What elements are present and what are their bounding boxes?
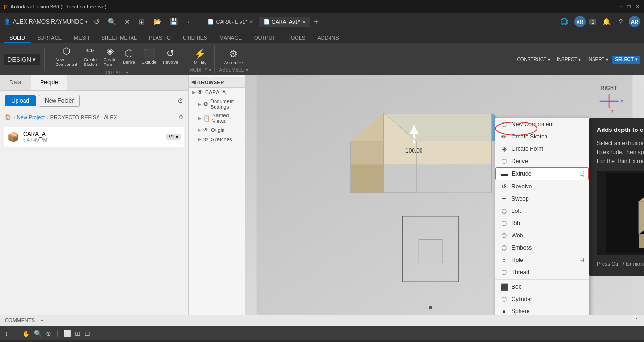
tooltip-body: Select an extrusion type, select sketch … <box>597 139 644 166</box>
menu-create-form[interactable]: ◈ Create Form <box>495 143 589 155</box>
ribbon-assemble-btn[interactable]: ⚙ Assemble <box>222 47 246 66</box>
menu-thread[interactable]: ⬡ Thread <box>495 266 589 278</box>
panel-settings-button[interactable]: ⚙ <box>177 97 183 105</box>
select-dropdown[interactable]: SELECT ▾ <box>612 56 640 64</box>
user-avatar-badge[interactable]: AR <box>629 16 640 27</box>
browser-toggle-icon[interactable]: ◀ <box>191 79 195 85</box>
ribbon-tab-surface[interactable]: SURFACE <box>32 33 67 43</box>
tab-cara-e-close-icon[interactable]: ✕ <box>249 19 253 24</box>
home-icon[interactable]: 🏠 <box>5 114 11 120</box>
main-area: Data People Upload New Folder ⚙ 🏠 › New … <box>0 75 644 315</box>
pan-icon[interactable]: ✋ <box>22 330 30 337</box>
save-button[interactable]: 💾 <box>167 17 180 26</box>
ribbon-tab-plastic[interactable]: PLASTIC <box>143 33 176 43</box>
ribbon-tab-sheet-metal[interactable]: SHEET METAL <box>96 33 142 43</box>
new-folder-button[interactable]: New Folder <box>39 95 80 107</box>
help-button[interactable]: ? <box>617 17 625 26</box>
tab-cara-e[interactable]: 📄 CARA - E v1* ✕ <box>203 17 257 27</box>
zoom-extent-icon[interactable]: ⊕ <box>46 330 51 337</box>
menu-sweep[interactable]: 〰 Sweep <box>495 193 589 205</box>
browser-item-doc-settings[interactable]: ▶ ⚙ Document Settings <box>194 97 245 111</box>
menu-revolve[interactable]: ↺ Revolve <box>495 180 589 193</box>
modify-icon: ⚡ <box>194 48 206 59</box>
menu-loft[interactable]: ⬡ Loft <box>495 205 589 217</box>
breadcrumb-settings-icon[interactable]: ⚙ <box>179 114 183 120</box>
close-button[interactable]: ✕ <box>636 3 640 10</box>
add-comment-icon[interactable]: + <box>41 318 43 323</box>
ribbon-tab-mesh[interactable]: MESH <box>68 33 95 43</box>
ribbon-tab-utilities[interactable]: UTILITIES <box>177 33 213 43</box>
notification-count[interactable]: 1 <box>589 19 597 25</box>
orbit-icon[interactable]: ↕ <box>5 330 8 337</box>
data-tab[interactable]: Data <box>0 75 31 90</box>
notification-bell-button[interactable]: 🔔 <box>600 17 613 26</box>
ribbon-new-component-button[interactable]: ⬡ NewComponent <box>52 44 80 68</box>
grid-toggle-icon[interactable]: ⊞ <box>75 330 81 337</box>
file-version-badge[interactable]: V1 ▾ <box>166 134 181 140</box>
apps-grid-button[interactable]: ⊞ <box>136 16 147 27</box>
display-mode-icon[interactable]: ⬜ <box>63 330 71 337</box>
open-button[interactable]: 📂 <box>151 17 164 26</box>
ribbon-tab-tools[interactable]: TOOLS <box>282 33 311 43</box>
ribbon-tab-add-ins[interactable]: ADD-INS <box>312 33 344 43</box>
sketches-icon: 👁 <box>203 136 209 143</box>
browser-item-sketches[interactable]: ▶ 👁 Sketches <box>194 135 245 144</box>
svg-text:100.00: 100.00 <box>405 147 423 154</box>
menu-box[interactable]: ⬛ Box <box>495 281 589 293</box>
menu-cylinder[interactable]: ⬡ Cylinder <box>495 293 589 305</box>
people-tab[interactable]: People <box>31 75 67 90</box>
menu-sphere-label: Sphere <box>512 308 530 315</box>
ribbon-derive-button[interactable]: ⬡ Derive <box>120 44 138 68</box>
breadcrumb-project[interactable]: New Project <box>17 114 45 120</box>
nav-back-button[interactable]: ← <box>184 17 195 26</box>
browser-item-named-views[interactable]: ▶ 📋 Named Views <box>194 111 245 125</box>
panel-close-button[interactable]: ✕ <box>122 17 132 26</box>
zoom-icon[interactable]: 🔍 <box>34 330 42 337</box>
pan-left-icon[interactable]: ← <box>12 330 18 337</box>
file-item-cara-a[interactable]: 📦 CARA_A 5:47:49 PM V1 ▾ <box>4 127 184 147</box>
svg-point-14 <box>429 306 432 309</box>
ribbon-revolve-button[interactable]: ↺ Revolve <box>160 44 182 68</box>
new-tab-button[interactable]: + <box>311 17 321 26</box>
browser-header: ◀ BROWSER <box>189 77 245 88</box>
ribbon-tab-output[interactable]: OUTPUT <box>248 33 281 43</box>
construct-dropdown[interactable]: CONSTRUCT ▾ <box>514 56 553 64</box>
tab-cara-a[interactable]: 📄 CARA_Av1* ✕ <box>259 17 311 27</box>
search-button[interactable]: 🔍 <box>106 17 118 26</box>
browser-cara-a-label: CARA_A <box>205 90 226 95</box>
menu-rib[interactable]: ⬡ Rib <box>495 217 589 229</box>
menu-new-component[interactable]: ⬡ New Component <box>495 118 589 130</box>
inspect-dropdown[interactable]: INSPECT ▾ <box>554 56 584 64</box>
menu-web[interactable]: ⬡ Web <box>495 229 589 242</box>
comments-collapse-icon[interactable]: ⋮ <box>634 318 639 324</box>
ribbon-tab-solid[interactable]: SOLID <box>4 33 31 43</box>
menu-sphere[interactable]: ● Sphere <box>495 305 589 315</box>
user-profile[interactable]: 👤 ALEX RAMOS RAYMUNDO ▾ <box>4 18 88 25</box>
menu-hole[interactable]: ○ Hole H <box>495 254 589 266</box>
ribbon-content: DESIGN ▾ ⬡ NewComponent ✏ CreateSketch ◈ <box>0 43 644 75</box>
maximize-button[interactable]: □ <box>627 3 631 10</box>
ribbon-modify-btn[interactable]: ⚡ Modify <box>191 47 209 66</box>
browser-item-origin[interactable]: ▶ 👁 Origin <box>194 125 245 135</box>
insert-dropdown[interactable]: INSERT ▾ <box>585 56 611 64</box>
extrude-more-icon[interactable]: ⋮ <box>581 171 586 177</box>
menu-create-sketch[interactable]: ✏ Create Sketch <box>495 130 589 143</box>
menu-derive[interactable]: ⬡ Derive <box>495 155 589 167</box>
menu-extrude[interactable]: ▬ Extrude E ⋮ <box>495 167 589 180</box>
refresh-button[interactable]: ↺ <box>91 17 102 26</box>
app-title: Autodesk Fusion 360 (Education License) <box>10 4 107 9</box>
tab-cara-a-close-icon[interactable]: ✕ <box>302 19 305 24</box>
snap-icon[interactable]: ⊟ <box>84 330 90 337</box>
design-dropdown[interactable]: DESIGN ▾ <box>4 54 40 65</box>
viewport[interactable]: 100.00 RIGHT Z X <box>245 75 644 315</box>
minimize-button[interactable]: − <box>619 3 623 10</box>
browser-item-cara-a[interactable]: ▶ 👁 CARA_A <box>189 88 245 97</box>
menu-emboss[interactable]: ⬡ Emboss <box>495 242 589 254</box>
ribbon-create-form-button[interactable]: ◈ CreateForm <box>101 44 119 68</box>
ribbon-extrude-button[interactable]: ⬛ Extrude <box>139 44 159 68</box>
svg-text:Z: Z <box>611 109 614 114</box>
network-button[interactable]: 🌐 <box>558 17 570 26</box>
ribbon-create-sketch-button[interactable]: ✏ CreateSketch <box>81 44 100 68</box>
ribbon-tab-manage[interactable]: MANAGE <box>214 33 248 43</box>
upload-button[interactable]: Upload <box>5 95 36 106</box>
